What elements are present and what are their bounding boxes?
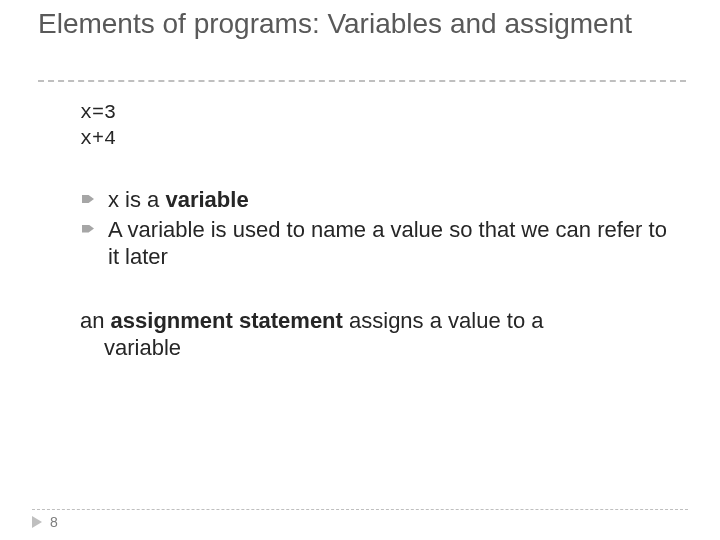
bullet-list: x is a variable A variable is used to na… (80, 186, 670, 271)
code-block: x=3 x+4 (80, 100, 670, 152)
para-line2: variable (80, 334, 670, 362)
title-divider (38, 80, 686, 82)
para-post: assigns a value to a (343, 308, 544, 333)
page-number: 8 (32, 514, 58, 530)
list-item: x is a variable (80, 186, 670, 214)
slide-title: Elements of programs: Variables and assi… (38, 8, 658, 40)
slide: Elements of programs: Variables and assi… (0, 0, 720, 540)
triangle-icon (32, 516, 42, 528)
paragraph: an assignment statement assigns a value … (80, 307, 670, 362)
slide-content: x=3 x+4 x is a variable A variable is us… (80, 100, 670, 362)
bullet-text: A variable is used to name a value so th… (108, 217, 667, 270)
para-bold: assignment statement (111, 308, 343, 333)
code-line: x+4 (80, 126, 670, 152)
code-line: x=3 (80, 100, 670, 126)
page-number-text: 8 (50, 514, 58, 530)
footer-divider (32, 509, 688, 510)
para-pre: an (80, 308, 111, 333)
list-item: A variable is used to name a value so th… (80, 216, 670, 271)
bullet-bold: variable (165, 187, 248, 212)
bullet-text: x is a (108, 187, 165, 212)
